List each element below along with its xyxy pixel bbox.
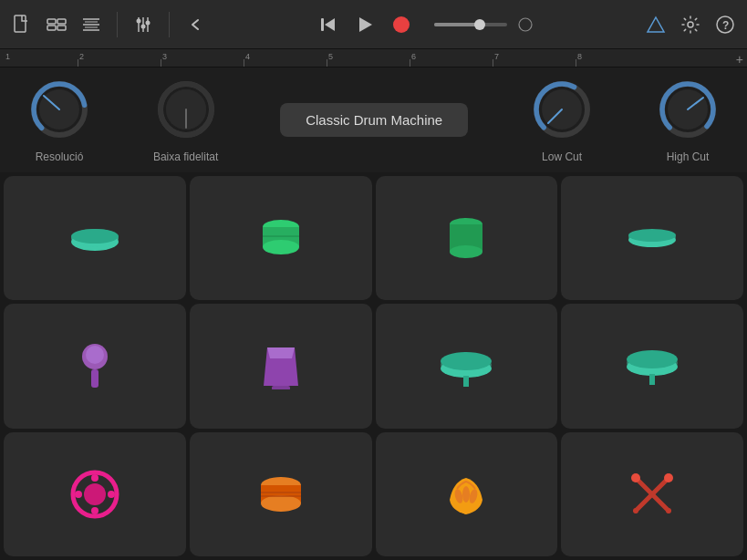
ruler-mark-4: 4 [244, 49, 327, 67]
baixa-fidelitat-knob[interactable] [154, 78, 218, 141]
svg-rect-55 [91, 369, 99, 388]
svg-point-14 [141, 24, 146, 28]
pad-tambourine[interactable] [4, 432, 186, 556]
svg-point-78 [462, 486, 470, 503]
svg-point-69 [75, 491, 82, 498]
pad-hihat-closed[interactable] [376, 176, 558, 300]
svg-point-53 [628, 229, 676, 242]
toolbar: ? [0, 0, 747, 49]
svg-rect-16 [321, 18, 324, 31]
svg-point-85 [666, 508, 671, 513]
triangle-icon[interactable] [643, 12, 669, 37]
svg-marker-18 [359, 17, 372, 32]
low-cut-knob[interactable] [530, 78, 594, 141]
svg-rect-57 [272, 386, 290, 389]
svg-point-71 [84, 483, 106, 505]
svg-point-19 [519, 18, 532, 31]
resolucio-knob[interactable] [27, 78, 91, 141]
pad-hihat-open[interactable] [376, 304, 558, 428]
svg-rect-0 [15, 16, 26, 32]
svg-point-60 [441, 352, 492, 370]
resolucio-label: Resolució [36, 150, 84, 163]
svg-point-84 [633, 508, 638, 513]
pad-kick[interactable] [4, 176, 186, 300]
ruler-mark-7: 7 [493, 49, 576, 67]
pad-snare-1[interactable] [190, 176, 372, 300]
svg-point-74 [261, 495, 301, 512]
svg-point-56 [86, 346, 104, 364]
svg-point-13 [137, 18, 141, 23]
svg-point-43 [71, 229, 119, 244]
high-cut-group: High Cut [656, 78, 720, 163]
low-cut-group: Low Cut [530, 78, 594, 163]
pad-sticks[interactable] [561, 432, 743, 556]
skip-back-button[interactable] [314, 10, 343, 39]
baixa-fidelitat-label: Baixa fidelitat [153, 150, 218, 163]
ruler-add-button[interactable]: + [736, 52, 743, 67]
svg-point-82 [631, 473, 640, 482]
layout-icon[interactable] [44, 12, 69, 37]
pad-snare-2[interactable] [190, 432, 372, 556]
list-icon[interactable] [78, 12, 104, 37]
svg-marker-17 [325, 18, 335, 31]
ruler-mark-8: 8 [576, 49, 659, 67]
ruler-mark-5: 5 [327, 49, 410, 67]
ruler-start: 1 [5, 52, 10, 61]
instrument-name: Classic Drum Machine [280, 103, 468, 137]
svg-point-21 [688, 22, 693, 27]
svg-marker-20 [648, 17, 664, 32]
pad-grid [0, 172, 747, 560]
mixer-icon[interactable] [130, 12, 156, 37]
ruler-mark-6: 6 [410, 49, 493, 67]
record-button[interactable] [387, 10, 416, 39]
volume-icon [513, 12, 538, 37]
svg-point-15 [146, 20, 150, 25]
play-button[interactable] [350, 10, 379, 39]
pad-shaker[interactable] [4, 304, 186, 428]
toolbar-separator-1 [117, 12, 118, 37]
svg-rect-61 [463, 376, 469, 387]
high-cut-label: High Cut [667, 150, 710, 163]
low-cut-label: Low Cut [542, 150, 582, 163]
volume-fill [434, 23, 478, 26]
record-dot [393, 16, 410, 33]
settings-icon[interactable] [678, 12, 703, 37]
ruler-mark-2: 2 [78, 49, 161, 67]
svg-point-68 [91, 507, 99, 514]
transport-controls [314, 10, 416, 39]
help-icon[interactable]: ? [712, 12, 738, 37]
baixa-fidelitat-group: Baixa fidelitat [153, 78, 218, 163]
back-icon[interactable] [182, 12, 208, 37]
svg-text:?: ? [722, 19, 729, 32]
svg-rect-3 [47, 26, 56, 30]
pad-cymbal-2[interactable] [561, 304, 743, 428]
svg-rect-4 [57, 26, 66, 30]
resolucio-group: Resolució [27, 78, 91, 163]
svg-rect-1 [47, 19, 56, 24]
pad-clap[interactable] [376, 432, 558, 556]
toolbar-separator-2 [169, 12, 170, 37]
svg-point-64 [627, 350, 678, 368]
ruler-inner: 2 3 4 5 6 7 8 [0, 49, 659, 67]
svg-point-83 [664, 473, 673, 482]
high-cut-knob[interactable] [656, 78, 720, 141]
ruler-mark-3: 3 [161, 49, 244, 67]
controls-row: Resolució Baixa fidelitat Classic Drum M… [0, 67, 747, 172]
new-file-icon[interactable] [9, 12, 35, 37]
volume-bar[interactable] [434, 23, 507, 26]
svg-rect-2 [57, 19, 66, 24]
pad-cowbell[interactable] [190, 304, 372, 428]
volume-knob [474, 19, 485, 30]
svg-rect-65 [649, 374, 655, 385]
svg-point-46 [263, 240, 299, 254]
svg-point-67 [91, 474, 99, 482]
svg-point-50 [450, 245, 482, 258]
pad-cymbal-1[interactable] [561, 176, 743, 300]
volume-control[interactable] [434, 12, 538, 37]
ruler: 1 2 3 4 5 6 7 8 + [0, 49, 747, 67]
svg-point-70 [108, 491, 115, 498]
